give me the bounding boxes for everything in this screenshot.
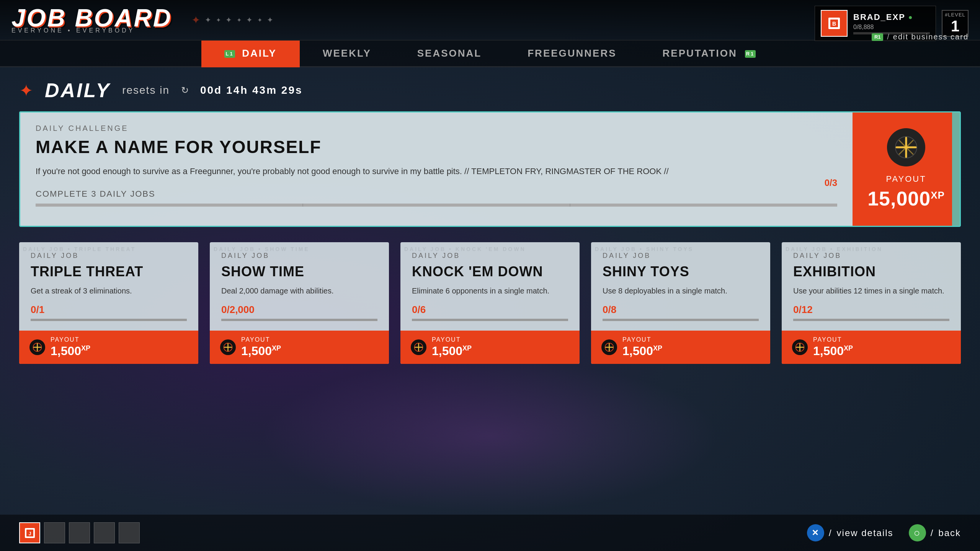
- job-payout-value-0: 1,500XP: [51, 344, 90, 358]
- job-main-4: DAILY JOBEXHIBITIONUse your abilities 12…: [782, 242, 961, 331]
- job-desc-2: Eliminate 6 opponents in a single match.: [412, 285, 568, 296]
- job-label-4: DAILY JOB: [793, 252, 949, 260]
- svg-text:B: B: [832, 21, 836, 27]
- job-payout-label-2: PAYOUT: [432, 336, 472, 343]
- edit-card-area[interactable]: R1 / edit business card: [872, 33, 969, 41]
- job-progress-0: 0/1: [31, 304, 187, 316]
- job-card-2[interactable]: DAILY JOB • KNOCK 'EM DOWNDAILY JOBKNOCK…: [400, 242, 580, 364]
- main-content: ✦ DAILY resets in ↻ 00d 14h 43m 29s DAIL…: [0, 67, 980, 375]
- challenge-payout: PAYOUT 15,000XP: [853, 112, 960, 226]
- level-label: #LEVEL: [945, 12, 965, 18]
- job-title-3: SHINY TOYS: [603, 264, 759, 280]
- job-payout-icon-0: [29, 339, 46, 356]
- view-details-prefix: /: [829, 528, 832, 538]
- job-main-2: DAILY JOBKNOCK 'EM DOWNEliminate 6 oppon…: [400, 242, 580, 331]
- job-title-0: TRIPLE THREAT: [31, 264, 187, 280]
- bottom-tab-5[interactable]: [119, 522, 140, 543]
- corner-accent: [952, 112, 960, 226]
- job-payout-info-2: PAYOUT1,500XP: [432, 336, 472, 358]
- tab-freegunners[interactable]: FREEGUNNERS: [505, 41, 639, 66]
- view-details-action[interactable]: ✕ / view details: [807, 524, 893, 541]
- job-card-3[interactable]: DAILY JOB • SHINY TOYSDAILY JOBSHINY TOY…: [591, 242, 770, 364]
- xp-display: 0/8,888: [853, 24, 930, 31]
- section-title: DAILY: [45, 79, 111, 102]
- job-title-1: SHOW TIME: [221, 264, 377, 280]
- challenge-objective: COMPLETE 3 DAILY JOBS: [36, 189, 837, 199]
- job-main-1: DAILY JOBSHOW TIMEDeal 2,000 damage with…: [210, 242, 389, 331]
- job-progress-bar-4: [793, 319, 949, 321]
- tab-daily[interactable]: L1 DAILY: [201, 41, 300, 66]
- bottom-tab-2[interactable]: [44, 522, 65, 543]
- bg-glow: [260, 360, 720, 513]
- tab-reputation[interactable]: REPUTATION R1: [640, 41, 779, 66]
- job-title-4: EXHIBITION: [793, 264, 949, 280]
- jobs-grid: DAILY JOB • TRIPLE THREATDAILY JOBTRIPLE…: [19, 242, 961, 364]
- job-payout-value-3: 1,500XP: [622, 344, 662, 358]
- job-payout-2: PAYOUT1,500XP: [400, 331, 580, 364]
- job-card-0[interactable]: DAILY JOB • TRIPLE THREATDAILY JOBTRIPLE…: [19, 242, 198, 364]
- challenge-card: DAILY CHALLENGE MAKE A NAME FOR YOURSELF…: [19, 111, 961, 227]
- payout-label: PAYOUT: [886, 174, 926, 184]
- reset-icon: ↻: [181, 85, 189, 96]
- job-payout-info-3: PAYOUT1,500XP: [622, 336, 662, 358]
- job-payout-icon-2: [410, 339, 427, 356]
- section-icon: ✦: [19, 81, 33, 100]
- bottom-tab-4[interactable]: [94, 522, 115, 543]
- job-label-2: DAILY JOB: [412, 252, 568, 260]
- profile-name: BRAD_EXP: [853, 12, 905, 22]
- job-payout-3: PAYOUT1,500XP: [591, 331, 770, 364]
- challenge-description: If you're not good enough to survive as …: [36, 165, 837, 178]
- job-progress-bar-1: [221, 319, 377, 321]
- job-desc-1: Deal 2,000 damage with abilities.: [221, 285, 377, 296]
- challenge-progress-bar: [36, 204, 837, 207]
- job-main-3: DAILY JOBSHINY TOYSUse 8 deployables in …: [591, 242, 770, 331]
- job-progress-bar-2: [412, 319, 568, 321]
- bottom-tab-3[interactable]: [69, 522, 90, 543]
- app-title: JOB BOARD: [11, 6, 172, 30]
- job-progress-1: 0/2,000: [221, 304, 377, 316]
- job-label-0: DAILY JOB: [31, 252, 187, 260]
- job-payout-value-2: 1,500XP: [432, 344, 472, 358]
- job-label-3: DAILY JOB: [603, 252, 759, 260]
- job-payout-icon-1: [219, 339, 237, 356]
- r1-tab-icon: R1: [745, 50, 756, 58]
- job-payout-label-1: PAYOUT: [241, 336, 281, 343]
- job-payout-4: PAYOUT1,500XP: [782, 331, 961, 364]
- job-payout-info-0: PAYOUT1,500XP: [51, 336, 90, 358]
- bottom-bar: J ✕ / view details ○ / back: [0, 515, 980, 551]
- job-desc-3: Use 8 deployables in a single match.: [603, 285, 759, 296]
- back-prefix: /: [931, 528, 934, 538]
- job-card-1[interactable]: DAILY JOB • SHOW TIMEDAILY JOBSHOW TIMED…: [210, 242, 389, 364]
- tab-weekly[interactable]: WEEKLY: [300, 41, 394, 66]
- job-payout-value-1: 1,500XP: [241, 344, 281, 358]
- job-progress-bar-0: [31, 319, 187, 321]
- back-action[interactable]: ○ / back: [909, 524, 961, 541]
- bottom-right: ✕ / view details ○ / back: [807, 524, 961, 541]
- challenge-label: DAILY CHALLENGE: [36, 124, 837, 133]
- job-main-0: DAILY JOBTRIPLE THREATGet a streak of 3 …: [19, 242, 198, 331]
- back-label: back: [938, 528, 961, 538]
- job-payout-info-1: PAYOUT1,500XP: [241, 336, 281, 358]
- job-payout-info-4: PAYOUT1,500XP: [813, 336, 853, 358]
- payout-icon: [887, 128, 925, 166]
- job-label-1: DAILY JOB: [221, 252, 377, 260]
- job-payout-label-4: PAYOUT: [813, 336, 853, 343]
- job-payout-value-4: 1,500XP: [813, 344, 853, 358]
- job-payout-label-3: PAYOUT: [622, 336, 662, 343]
- job-progress-bar-3: [603, 319, 759, 321]
- nav-tabs: L1 DAILY WEEKLY SEASONAL FREEGUNNERS REP…: [0, 41, 980, 67]
- avatar: B: [821, 10, 848, 37]
- l1-icon: L1: [224, 50, 235, 58]
- tab-seasonal[interactable]: SEASONAL: [394, 41, 505, 66]
- job-payout-icon-3: [601, 339, 618, 356]
- job-payout-label-0: PAYOUT: [51, 336, 90, 343]
- edit-card-label[interactable]: edit business card: [893, 33, 969, 41]
- job-progress-2: 0/6: [412, 304, 568, 316]
- reset-time: 00d 14h 43m 29s: [200, 84, 303, 96]
- circle-button[interactable]: ○: [909, 524, 926, 541]
- challenge-progress: 0/3: [825, 178, 837, 188]
- svg-text:J: J: [28, 531, 31, 536]
- bottom-active-icon[interactable]: J: [19, 522, 40, 543]
- x-button[interactable]: ✕: [807, 524, 824, 541]
- job-card-4[interactable]: DAILY JOB • EXHIBITIONDAILY JOBEXHIBITIO…: [782, 242, 961, 364]
